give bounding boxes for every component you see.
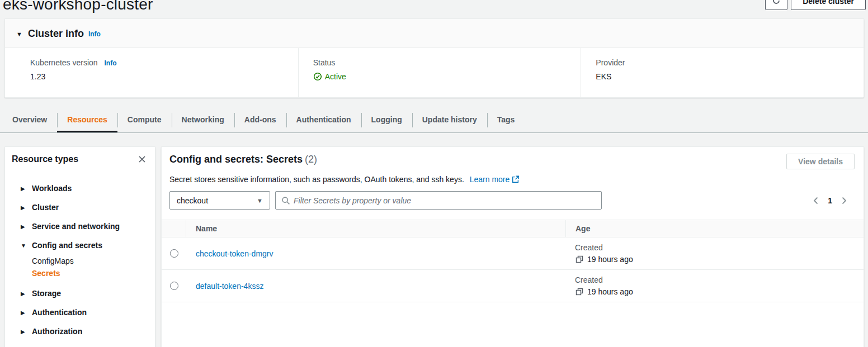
resource-types-panel: Resource types ▶ Workloads ▶ Cluster ▶ S… (4, 146, 155, 347)
secret-name-link[interactable]: default-token-4kssz (196, 282, 263, 291)
age-value: 19 hours ago (587, 287, 633, 296)
tab-bar: Overview Resources Compute Networking Ad… (0, 109, 868, 133)
view-details-button[interactable]: View details (786, 154, 855, 169)
caret-right-icon: ▶ (21, 186, 27, 192)
status-badge: Active (313, 72, 346, 81)
sidebar-item-secrets[interactable]: Secrets (12, 267, 147, 279)
secret-name-link[interactable]: checkout-token-dmgrv (196, 249, 273, 258)
caret-right-icon: ▶ (21, 291, 27, 297)
field-status: Status Active (298, 48, 581, 97)
copy-icon[interactable] (575, 255, 584, 264)
chevron-left-icon[interactable] (812, 196, 820, 205)
content-area: Resource types ▶ Workloads ▶ Cluster ▶ S… (4, 146, 864, 347)
secrets-panel: Config and secrets: Secrets (2) View det… (161, 146, 864, 347)
caret-right-icon: ▶ (21, 224, 27, 230)
cluster-info-card: ▼ Cluster info Info Kubernetes version I… (4, 18, 864, 98)
tab-logging[interactable]: Logging (361, 109, 412, 132)
caret-down-icon: ▼ (21, 243, 27, 249)
secrets-table: Name Age checkout-token-dmgrv Created 19… (162, 220, 864, 302)
caret-right-icon: ▶ (21, 310, 27, 316)
external-link-icon (512, 175, 520, 183)
close-icon[interactable] (137, 154, 147, 164)
cluster-info-title: Cluster info (28, 28, 84, 40)
field-provider: Provider EKS (581, 48, 864, 97)
provider-value: EKS (596, 72, 841, 81)
sidebar-item-authorization[interactable]: ▶ Authorization (12, 322, 147, 341)
tab-compute[interactable]: Compute (117, 109, 172, 132)
search-input[interactable] (294, 196, 596, 205)
refresh-button[interactable] (765, 0, 787, 10)
filter-dropdown-value: checkout (177, 196, 208, 205)
tab-overview[interactable]: Overview (2, 109, 57, 132)
learn-more-link[interactable]: Learn more (470, 175, 520, 184)
copy-icon[interactable] (575, 287, 584, 296)
tab-add-ons[interactable]: Add-ons (234, 109, 286, 132)
pagination: 1 (812, 196, 848, 205)
refresh-icon (772, 0, 781, 7)
resource-types-title: Resource types (12, 154, 78, 164)
panel-description: Secret stores sensitive information, suc… (169, 175, 464, 184)
page-header: eks-workshop-cluster Delete cluster (0, 0, 868, 17)
panel-title: Config and secrets: Secrets (169, 154, 303, 165)
age-created-label: Created (575, 275, 864, 284)
sidebar-item-authentication[interactable]: ▶ Authentication (12, 303, 147, 322)
tab-authentication[interactable]: Authentication (286, 109, 361, 132)
table-row: checkout-token-dmgrv Created 19 hours ag… (162, 237, 864, 270)
sidebar-item-workloads[interactable]: ▶ Workloads (12, 179, 147, 198)
column-header-name: Name (186, 224, 565, 233)
panel-count: (2) (305, 154, 317, 165)
chevron-right-icon[interactable] (840, 196, 848, 205)
kubernetes-version-info-link[interactable]: Info (105, 59, 117, 67)
field-kubernetes-version: Kubernetes version Info 1.23 (5, 48, 298, 97)
table-row: default-token-4kssz Created 19 hours ago (162, 270, 864, 302)
delete-cluster-button[interactable]: Delete cluster (791, 0, 866, 10)
row-radio-button[interactable] (170, 282, 178, 290)
sidebar-item-service-and-networking[interactable]: ▶ Service and networking (12, 217, 147, 236)
tab-tags[interactable]: Tags (487, 109, 525, 132)
chevron-down-icon: ▼ (257, 197, 263, 204)
tab-update-history[interactable]: Update history (412, 109, 487, 132)
page-number[interactable]: 1 (828, 196, 832, 205)
column-header-age: Age (565, 220, 864, 237)
caret-right-icon: ▶ (21, 205, 27, 211)
check-circle-icon (313, 72, 322, 81)
age-value: 19 hours ago (587, 255, 633, 264)
sidebar-item-storage[interactable]: ▶ Storage (12, 284, 147, 303)
collapse-triangle-icon[interactable]: ▼ (16, 31, 22, 37)
kubernetes-version-value: 1.23 (30, 72, 276, 81)
table-header: Name Age (162, 220, 864, 237)
age-created-label: Created (575, 243, 864, 252)
tab-networking[interactable]: Networking (172, 109, 234, 132)
search-box (275, 191, 602, 210)
search-icon (281, 196, 290, 205)
page-title: eks-workshop-cluster (3, 0, 868, 17)
provider-label: Provider (596, 58, 841, 67)
cluster-info-info-link[interactable]: Info (88, 30, 101, 38)
cluster-info-header[interactable]: ▼ Cluster info Info (5, 19, 864, 48)
sidebar-item-cluster[interactable]: ▶ Cluster (12, 198, 147, 217)
selection-column-header (162, 220, 186, 237)
resource-types-list: ▶ Workloads ▶ Cluster ▶ Service and netw… (12, 179, 147, 341)
sidebar-item-configmaps[interactable]: ConfigMaps (12, 255, 147, 267)
kubernetes-version-label: Kubernetes version (30, 58, 98, 67)
sidebar-item-config-and-secrets[interactable]: ▼ Config and secrets (12, 236, 147, 255)
status-value: Active (325, 72, 346, 81)
filter-dropdown[interactable]: checkout ▼ (169, 191, 270, 210)
caret-right-icon: ▶ (21, 329, 27, 335)
tab-resources[interactable]: Resources (57, 109, 117, 132)
cluster-info-body: Kubernetes version Info 1.23 Status Acti… (5, 48, 864, 97)
header-actions: Delete cluster (765, 0, 866, 10)
row-radio-button[interactable] (170, 249, 178, 258)
status-label: Status (313, 58, 559, 67)
